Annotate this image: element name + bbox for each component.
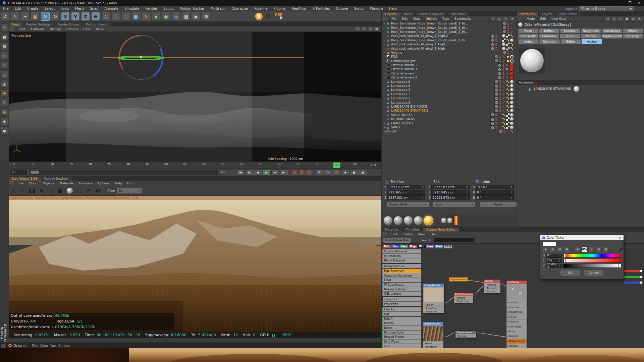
rotate-view-icon[interactable]: ↻ (368, 27, 373, 32)
menu-pipeline[interactable]: Pipeline (251, 7, 270, 10)
object-row[interactable]: –▲Landscape.1✓ (382, 100, 517, 104)
filmstrip-preview[interactable] (0, 348, 644, 362)
category-chip-mat[interactable]: Mat (383, 245, 391, 248)
toggle-views-icon[interactable]: ▦ (374, 27, 379, 32)
node-port-texture2[interactable]: Texture2 (484, 290, 500, 293)
zoom-view-icon[interactable]: ○ (361, 27, 367, 32)
perspective-viewport[interactable]: Perspective Grid Spacing : 1000 cm (9, 32, 381, 162)
panel-grip-icon[interactable] (385, 180, 389, 184)
render-state-icon[interactable]: × (502, 55, 505, 58)
edges-mode-icon[interactable]: △ (1, 71, 8, 78)
object-row[interactable]: –◈Rock_Sandstone_Huge_Brown_Rough_saiuE_… (382, 30, 517, 34)
visibility-dots-icon[interactable] (503, 64, 504, 67)
search-icon[interactable]: ⌕ (490, 16, 496, 21)
menu-tools[interactable]: Tools (58, 7, 72, 10)
object-row[interactable]: –OctaneDayLight✓ (382, 59, 517, 63)
cam-tag-icon[interactable] (509, 75, 514, 79)
material-channel-film-width[interactable]: Film Width (506, 324, 527, 329)
reddots-tag-icon[interactable] (510, 130, 514, 133)
menu-simulate[interactable]: Simulate (121, 7, 142, 10)
cancel-button[interactable]: Cancel (584, 270, 603, 276)
make-editable-icon[interactable]: ✎ (1, 24, 8, 31)
category-chip-gen[interactable]: Gen (400, 245, 408, 248)
object-row[interactable]: –△SMALL ROCKS (382, 113, 517, 117)
rotation-p-field[interactable]: 0 °↕ (476, 190, 514, 195)
current-frame-marker[interactable]: 85 (333, 162, 340, 169)
channel-button-diffuse[interactable]: Diffuse (539, 28, 559, 33)
texture-mode-icon[interactable]: ▦ (1, 43, 8, 50)
ring-tag-icon[interactable] (510, 55, 514, 58)
render-state-icon[interactable]: ✓ (502, 84, 505, 87)
sun-tag-icon[interactable] (506, 59, 509, 63)
simulate-menu[interactable]: ◉ (162, 12, 170, 21)
dots-tag-icon[interactable] (510, 47, 514, 50)
liveviewer-menu-cloud[interactable]: Cloud (26, 182, 40, 185)
prev-key-button[interactable]: ◀| (245, 169, 253, 176)
layer-icon[interactable] (494, 59, 498, 63)
menu-octane[interactable]: Octane (333, 7, 351, 10)
z-axis-lock[interactable]: Z (81, 12, 90, 21)
node-type-dirt[interactable]: Dirt (382, 312, 421, 316)
channel-button-common[interactable]: Common (539, 39, 560, 44)
checker-tag-icon[interactable] (506, 47, 509, 50)
visibility-dots-icon[interactable] (495, 113, 497, 116)
sphere-tag-icon[interactable] (510, 122, 514, 125)
dots-tag-icon[interactable] (502, 113, 505, 117)
material-channel-sheen[interactable]: Sheen (506, 314, 527, 319)
visibility-dots-icon[interactable] (499, 101, 501, 104)
node-port-transform[interactable]: Transform (423, 306, 444, 310)
layer-icon[interactable] (490, 117, 494, 121)
layer-icon[interactable] (502, 22, 506, 25)
points-mode[interactable]: ∴ (111, 12, 120, 21)
object-row[interactable]: –FOG× (382, 55, 517, 59)
dots-tag-icon[interactable] (506, 80, 509, 83)
node-rgb-spectrum[interactable]: Rgbspectrum (450, 278, 468, 282)
objects-menu-edit[interactable]: Edit (399, 17, 410, 20)
material-channel-specular[interactable]: Specular (506, 305, 527, 309)
node-type-noise[interactable]: Noise (382, 326, 421, 330)
play-button[interactable]: ▶ (263, 169, 271, 176)
visibility-dots-icon[interactable] (495, 118, 497, 121)
layer-icon[interactable] (490, 34, 494, 38)
cam-tag-icon[interactable] (509, 63, 514, 67)
liveviewer-menu-objects[interactable]: Objects (40, 182, 57, 185)
object-row[interactable]: –▦Volume✓ (382, 51, 517, 55)
object-row[interactable]: –▲Landscape.2✓ (382, 96, 517, 100)
hue-slider[interactable] (564, 254, 621, 258)
frame-field[interactable]: 0 F (10, 170, 27, 175)
object-row[interactable]: –▲Landscape.3✓ (382, 92, 517, 96)
node-port-projection[interactable]: Projection (423, 310, 444, 313)
material-channel-diffuse[interactable]: Diffuse (506, 300, 527, 305)
viewport-menu-options[interactable]: Options (64, 27, 81, 31)
timeline-ruler[interactable]: 05101520253035404550556065707580859085 8… (9, 162, 381, 169)
material-thumbnail[interactable] (394, 216, 402, 225)
node-type-baking-texture[interactable]: Baking texture (382, 287, 421, 292)
pla-key-icon[interactable]: ● (350, 169, 358, 176)
material-channel-normal[interactable]: Normal (506, 334, 527, 339)
next-frame-button[interactable]: ▶| (271, 169, 279, 176)
category-chip-c4d[interactable]: C4D (444, 245, 452, 248)
layer-icon[interactable] (490, 113, 494, 117)
channel-button-opacity[interactable]: Opacity (623, 34, 643, 39)
node-type-sine-wave[interactable]: Sine Wave (382, 340, 421, 344)
material-thumbnail[interactable] (414, 216, 423, 225)
nodeeditor-menu-edit[interactable]: Edit (389, 233, 400, 236)
liveviewer-menu-options[interactable]: Options (95, 182, 112, 185)
attributes-tab-attributes[interactable]: Attributes (517, 12, 539, 16)
object-row[interactable]: –OctaneCamera× (382, 71, 517, 75)
node-type-mix-material[interactable]: Mix Material (382, 254, 421, 258)
viewport-tab-render-queue[interactable]: Render Queue (54, 22, 83, 26)
objects-tab-takes[interactable]: Takes (400, 12, 416, 16)
menu-help[interactable]: Help (386, 7, 400, 10)
node-port-amount[interactable]: Amount (484, 283, 500, 286)
nodeeditor-menu-help[interactable]: Help (428, 233, 440, 236)
dots-tag-icon[interactable] (502, 122, 505, 125)
object-row[interactable]: –△LARGE ROCKS (382, 121, 517, 125)
nodeeditor-menu-create[interactable]: Create (400, 233, 415, 236)
panel-grip-icon[interactable] (383, 232, 387, 236)
panel-menu-icon[interactable]: ▾ (509, 16, 515, 21)
node-type-transform[interactable]: Transform (382, 297, 421, 302)
sun-tag-icon[interactable] (506, 55, 509, 58)
timeline-slider-handle[interactable] (31, 171, 39, 174)
layer-icon[interactable] (502, 30, 506, 34)
